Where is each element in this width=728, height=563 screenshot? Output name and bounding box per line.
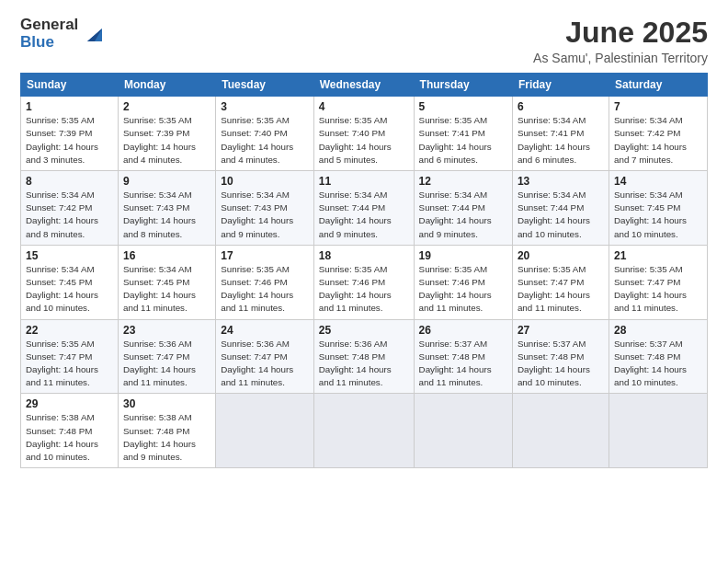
logo-icon bbox=[82, 21, 108, 47]
calendar-week-row: 1 Sunrise: 5:35 AMSunset: 7:39 PMDayligh… bbox=[21, 97, 708, 171]
logo: General Blue bbox=[20, 17, 108, 51]
subtitle: As Samu', Palestinian Territory bbox=[533, 51, 708, 65]
day-number: 3 bbox=[221, 100, 309, 113]
calendar-cell: 19 Sunrise: 5:35 AMSunset: 7:46 PMDaylig… bbox=[414, 245, 512, 319]
day-number: 18 bbox=[319, 249, 409, 262]
day-number: 11 bbox=[319, 175, 409, 188]
day-number: 4 bbox=[319, 100, 409, 113]
day-info: Sunrise: 5:35 AMSunset: 7:41 PMDaylight:… bbox=[419, 115, 492, 165]
calendar-table: Sunday Monday Tuesday Wednesday Thursday… bbox=[20, 73, 708, 468]
calendar-week-row: 29 Sunrise: 5:38 AMSunset: 7:48 PMDaylig… bbox=[21, 394, 708, 468]
day-number: 6 bbox=[518, 100, 604, 113]
day-info: Sunrise: 5:34 AMSunset: 7:45 PMDaylight:… bbox=[26, 264, 98, 314]
calendar-cell: 14 Sunrise: 5:34 AMSunset: 7:45 PMDaylig… bbox=[609, 171, 707, 246]
day-info: Sunrise: 5:35 AMSunset: 7:39 PMDaylight:… bbox=[123, 115, 196, 165]
logo-blue: Blue bbox=[20, 34, 78, 52]
day-number: 23 bbox=[123, 324, 210, 337]
col-monday: Monday bbox=[118, 74, 215, 97]
day-number: 22 bbox=[26, 324, 113, 337]
day-info: Sunrise: 5:34 AMSunset: 7:45 PMDaylight:… bbox=[123, 264, 196, 314]
day-number: 25 bbox=[319, 324, 409, 337]
calendar-cell: 17 Sunrise: 5:35 AMSunset: 7:46 PMDaylig… bbox=[216, 245, 314, 319]
day-info: Sunrise: 5:34 AMSunset: 7:45 PMDaylight:… bbox=[614, 190, 687, 239]
day-number: 13 bbox=[518, 175, 604, 188]
calendar-header-row: Sunday Monday Tuesday Wednesday Thursday… bbox=[21, 74, 708, 97]
day-number: 2 bbox=[123, 100, 210, 113]
calendar-cell: 27 Sunrise: 5:37 AMSunset: 7:48 PMDaylig… bbox=[512, 319, 609, 394]
day-info: Sunrise: 5:34 AMSunset: 7:44 PMDaylight:… bbox=[319, 190, 392, 239]
calendar-cell: 22 Sunrise: 5:35 AMSunset: 7:47 PMDaylig… bbox=[21, 319, 119, 394]
day-number: 8 bbox=[26, 175, 113, 188]
col-sunday: Sunday bbox=[21, 74, 119, 97]
page: General Blue June 2025 As Samu', Palesti… bbox=[0, 0, 728, 563]
calendar-cell: 4 Sunrise: 5:35 AMSunset: 7:40 PMDayligh… bbox=[313, 97, 414, 171]
day-number: 15 bbox=[26, 249, 113, 262]
calendar-cell: 28 Sunrise: 5:37 AMSunset: 7:48 PMDaylig… bbox=[609, 319, 707, 394]
calendar-cell: 15 Sunrise: 5:34 AMSunset: 7:45 PMDaylig… bbox=[21, 245, 119, 319]
title-block: June 2025 As Samu', Palestinian Territor… bbox=[533, 17, 708, 65]
calendar-cell: 9 Sunrise: 5:34 AMSunset: 7:43 PMDayligh… bbox=[118, 171, 215, 246]
day-info: Sunrise: 5:36 AMSunset: 7:47 PMDaylight:… bbox=[221, 339, 293, 388]
col-tuesday: Tuesday bbox=[216, 74, 314, 97]
logo-general: General bbox=[20, 17, 78, 34]
calendar-cell: 6 Sunrise: 5:34 AMSunset: 7:41 PMDayligh… bbox=[512, 97, 609, 171]
day-number: 27 bbox=[518, 324, 604, 337]
day-info: Sunrise: 5:35 AMSunset: 7:46 PMDaylight:… bbox=[319, 264, 392, 314]
day-info: Sunrise: 5:36 AMSunset: 7:48 PMDaylight:… bbox=[319, 339, 392, 388]
day-info: Sunrise: 5:35 AMSunset: 7:40 PMDaylight:… bbox=[221, 115, 293, 165]
calendar-cell: 1 Sunrise: 5:35 AMSunset: 7:39 PMDayligh… bbox=[21, 97, 119, 171]
calendar-cell: 26 Sunrise: 5:37 AMSunset: 7:48 PMDaylig… bbox=[414, 319, 512, 394]
calendar-cell bbox=[609, 394, 707, 468]
day-number: 10 bbox=[221, 175, 309, 188]
day-number: 17 bbox=[221, 249, 309, 262]
calendar-cell: 11 Sunrise: 5:34 AMSunset: 7:44 PMDaylig… bbox=[313, 171, 414, 246]
day-info: Sunrise: 5:34 AMSunset: 7:41 PMDaylight:… bbox=[518, 115, 590, 165]
day-info: Sunrise: 5:35 AMSunset: 7:39 PMDaylight:… bbox=[26, 115, 98, 165]
calendar-cell: 13 Sunrise: 5:34 AMSunset: 7:44 PMDaylig… bbox=[512, 171, 609, 246]
day-info: Sunrise: 5:35 AMSunset: 7:47 PMDaylight:… bbox=[614, 264, 687, 314]
day-number: 28 bbox=[614, 324, 702, 337]
day-number: 24 bbox=[221, 324, 309, 337]
calendar-week-row: 15 Sunrise: 5:34 AMSunset: 7:45 PMDaylig… bbox=[21, 245, 708, 319]
col-saturday: Saturday bbox=[609, 74, 707, 97]
calendar-cell: 23 Sunrise: 5:36 AMSunset: 7:47 PMDaylig… bbox=[118, 319, 215, 394]
calendar-cell: 30 Sunrise: 5:38 AMSunset: 7:48 PMDaylig… bbox=[118, 394, 215, 468]
day-info: Sunrise: 5:37 AMSunset: 7:48 PMDaylight:… bbox=[518, 339, 590, 388]
calendar-cell: 21 Sunrise: 5:35 AMSunset: 7:47 PMDaylig… bbox=[609, 245, 707, 319]
calendar-cell: 24 Sunrise: 5:36 AMSunset: 7:47 PMDaylig… bbox=[216, 319, 314, 394]
day-info: Sunrise: 5:35 AMSunset: 7:46 PMDaylight:… bbox=[419, 264, 492, 314]
day-number: 29 bbox=[26, 397, 113, 410]
calendar-cell: 29 Sunrise: 5:38 AMSunset: 7:48 PMDaylig… bbox=[21, 394, 119, 468]
day-number: 1 bbox=[26, 100, 113, 113]
calendar-cell: 3 Sunrise: 5:35 AMSunset: 7:40 PMDayligh… bbox=[216, 97, 314, 171]
calendar-cell: 10 Sunrise: 5:34 AMSunset: 7:43 PMDaylig… bbox=[216, 171, 314, 246]
calendar-cell bbox=[216, 394, 314, 468]
day-number: 16 bbox=[123, 249, 210, 262]
day-info: Sunrise: 5:34 AMSunset: 7:44 PMDaylight:… bbox=[518, 190, 590, 239]
col-friday: Friday bbox=[512, 74, 609, 97]
day-info: Sunrise: 5:35 AMSunset: 7:47 PMDaylight:… bbox=[26, 339, 98, 388]
calendar-cell: 8 Sunrise: 5:34 AMSunset: 7:42 PMDayligh… bbox=[21, 171, 119, 246]
calendar-cell: 2 Sunrise: 5:35 AMSunset: 7:39 PMDayligh… bbox=[118, 97, 215, 171]
day-number: 5 bbox=[419, 100, 507, 113]
calendar-cell: 7 Sunrise: 5:34 AMSunset: 7:42 PMDayligh… bbox=[609, 97, 707, 171]
day-info: Sunrise: 5:34 AMSunset: 7:42 PMDaylight:… bbox=[614, 115, 687, 165]
day-info: Sunrise: 5:34 AMSunset: 7:44 PMDaylight:… bbox=[419, 190, 492, 239]
day-number: 9 bbox=[123, 175, 210, 188]
col-wednesday: Wednesday bbox=[313, 74, 414, 97]
day-info: Sunrise: 5:37 AMSunset: 7:48 PMDaylight:… bbox=[614, 339, 687, 388]
day-number: 12 bbox=[419, 175, 507, 188]
logo-text: General Blue bbox=[20, 17, 78, 51]
day-number: 19 bbox=[419, 249, 507, 262]
day-number: 26 bbox=[419, 324, 507, 337]
day-info: Sunrise: 5:34 AMSunset: 7:43 PMDaylight:… bbox=[221, 190, 293, 239]
calendar-cell bbox=[313, 394, 414, 468]
calendar-week-row: 22 Sunrise: 5:35 AMSunset: 7:47 PMDaylig… bbox=[21, 319, 708, 394]
main-title: June 2025 bbox=[533, 17, 708, 49]
day-info: Sunrise: 5:35 AMSunset: 7:46 PMDaylight:… bbox=[221, 264, 293, 314]
day-number: 20 bbox=[518, 249, 604, 262]
calendar-cell: 18 Sunrise: 5:35 AMSunset: 7:46 PMDaylig… bbox=[313, 245, 414, 319]
day-number: 14 bbox=[614, 175, 702, 188]
col-thursday: Thursday bbox=[414, 74, 512, 97]
day-info: Sunrise: 5:35 AMSunset: 7:40 PMDaylight:… bbox=[319, 115, 392, 165]
